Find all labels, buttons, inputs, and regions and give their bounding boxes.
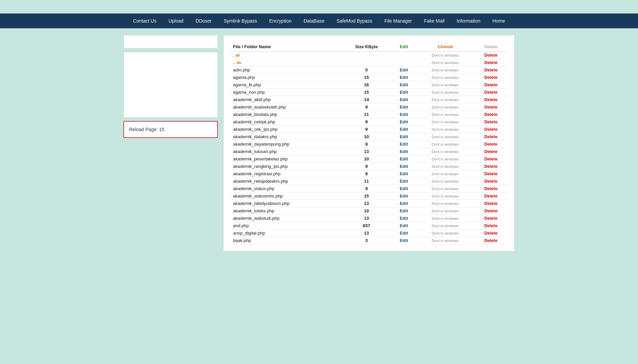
file-delete-cell[interactable]: Delete — [474, 230, 508, 237]
edit-link[interactable]: Edit — [400, 82, 408, 87]
file-edit-cell[interactable]: Edit — [392, 207, 416, 215]
file-edit-cell[interactable]: Edit — [392, 133, 416, 141]
file-delete-cell[interactable]: Delete — [474, 192, 508, 200]
file-edit-cell[interactable]: Edit — [392, 185, 416, 192]
delete-link[interactable]: Delete — [484, 67, 497, 72]
file-delete-cell[interactable]: Delete — [474, 215, 508, 222]
edit-link[interactable]: Edit — [400, 75, 408, 80]
file-delete-cell[interactable]: Delete — [474, 89, 508, 96]
delete-link[interactable]: Delete — [484, 171, 497, 176]
nav-item-home[interactable]: Home — [486, 13, 511, 28]
file-delete-cell[interactable]: Delete — [474, 103, 508, 111]
edit-link[interactable]: Edit — [400, 67, 408, 72]
delete-link[interactable]: Delete — [484, 208, 497, 213]
edit-link[interactable]: Edit — [400, 179, 408, 184]
nav-item-encryption[interactable]: Encryption — [263, 13, 297, 28]
file-edit-cell[interactable]: Edit — [392, 155, 416, 163]
file-delete-cell[interactable]: Delete — [474, 200, 508, 207]
delete-link[interactable]: Delete — [484, 149, 497, 154]
file-delete-cell[interactable]: Delete — [474, 118, 508, 126]
edit-link[interactable]: Edit — [400, 104, 408, 110]
nav-item-file-manager[interactable]: File Manager — [378, 13, 418, 28]
file-delete-cell[interactable]: Delete — [474, 148, 508, 155]
file-edit-cell[interactable]: Edit — [392, 141, 416, 148]
delete-link[interactable]: Delete — [484, 186, 497, 191]
edit-link[interactable]: Edit — [400, 201, 408, 206]
file-delete-cell[interactable]: Delete — [474, 81, 508, 89]
nav-item-ddoser[interactable]: DDoser — [190, 13, 218, 28]
nav-item-symlink-bypass[interactable]: Symlink Bypass — [218, 13, 263, 28]
file-delete-cell[interactable]: Delete — [474, 163, 508, 170]
file-edit-cell[interactable]: Edit — [392, 74, 416, 81]
file-delete-cell[interactable]: Delete — [474, 133, 508, 141]
file-edit-cell[interactable]: Edit — [392, 148, 416, 155]
file-delete-cell[interactable]: Delete — [474, 126, 508, 133]
file-edit-cell[interactable]: Edit — [392, 81, 416, 89]
delete-link[interactable]: Delete — [484, 112, 497, 117]
edit-link[interactable]: Edit — [400, 134, 408, 139]
search-input-box[interactable] — [123, 35, 218, 49]
delete-link[interactable]: Delete — [484, 53, 497, 58]
file-delete-cell[interactable]: Delete — [474, 237, 508, 244]
delete-link[interactable]: Delete — [484, 97, 497, 102]
edit-link[interactable]: Edit — [400, 90, 408, 95]
edit-link[interactable]: Edit — [400, 171, 408, 176]
nav-item-contact-us[interactable]: Contact Us — [127, 13, 162, 28]
edit-link[interactable]: Edit — [400, 127, 408, 132]
edit-link[interactable]: Edit — [400, 156, 408, 161]
nav-item-information[interactable]: Information — [451, 13, 486, 28]
file-delete-cell[interactable]: Delete — [474, 96, 508, 103]
file-delete-cell[interactable]: Delete — [474, 178, 508, 185]
file-edit-cell[interactable]: Edit — [392, 89, 416, 96]
edit-link[interactable]: Edit — [400, 208, 408, 213]
delete-link[interactable]: Delete — [484, 231, 497, 236]
file-delete-cell[interactable]: Delete — [474, 111, 508, 118]
file-delete-cell[interactable]: Delete — [474, 155, 508, 163]
file-edit-cell[interactable]: Edit — [392, 96, 416, 103]
delete-link[interactable]: Delete — [484, 134, 497, 139]
file-delete-cell[interactable]: Delete — [474, 52, 508, 59]
file-edit-cell[interactable]: Edit — [392, 237, 416, 244]
delete-link[interactable]: Delete — [484, 60, 497, 65]
file-edit-cell[interactable]: Edit — [392, 200, 416, 207]
delete-link[interactable]: Delete — [484, 156, 497, 161]
file-delete-cell[interactable]: Delete — [474, 74, 508, 81]
delete-link[interactable]: Delete — [484, 201, 497, 206]
delete-link[interactable]: Delete — [484, 238, 497, 243]
file-edit-cell[interactable]: Edit — [392, 118, 416, 126]
file-edit-cell[interactable]: Edit — [392, 230, 416, 237]
nav-item-upload[interactable]: Upload — [163, 13, 190, 28]
delete-link[interactable]: Delete — [484, 164, 497, 169]
file-edit-cell[interactable]: Edit — [392, 103, 416, 111]
file-delete-cell[interactable]: Delete — [474, 59, 508, 66]
edit-link[interactable]: Edit — [400, 149, 408, 154]
edit-link[interactable]: Edit — [400, 97, 408, 102]
edit-link[interactable]: Edit — [400, 193, 408, 199]
file-edit-cell[interactable]: Edit — [392, 192, 416, 200]
file-edit-cell[interactable]: Edit — [392, 222, 416, 230]
edit-link[interactable]: Edit — [400, 142, 408, 147]
edit-link[interactable]: Edit — [400, 216, 408, 221]
edit-link[interactable]: Edit — [400, 164, 408, 169]
delete-link[interactable]: Delete — [484, 82, 497, 87]
edit-link[interactable]: Edit — [400, 112, 408, 117]
delete-link[interactable]: Delete — [484, 127, 497, 132]
file-edit-cell[interactable]: Edit — [392, 215, 416, 222]
file-delete-cell[interactable]: Delete — [474, 141, 508, 148]
nav-item-database[interactable]: DataBase — [297, 13, 330, 28]
file-delete-cell[interactable]: Delete — [474, 170, 508, 178]
nav-item-fake-mail[interactable]: Fake Mail — [418, 13, 451, 28]
delete-link[interactable]: Delete — [484, 90, 497, 95]
file-edit-cell[interactable]: Edit — [392, 163, 416, 170]
file-edit-cell[interactable]: Edit — [392, 66, 416, 74]
delete-link[interactable]: Delete — [484, 142, 497, 147]
delete-link[interactable]: Delete — [484, 223, 497, 228]
edit-link[interactable]: Edit — [400, 238, 408, 243]
file-edit-cell[interactable]: Edit — [392, 126, 416, 133]
edit-link[interactable]: Edit — [400, 186, 408, 191]
delete-link[interactable]: Delete — [484, 104, 497, 110]
delete-link[interactable]: Delete — [484, 216, 497, 221]
delete-link[interactable]: Delete — [484, 179, 497, 184]
delete-link[interactable]: Delete — [484, 119, 497, 124]
file-delete-cell[interactable]: Delete — [474, 222, 508, 230]
